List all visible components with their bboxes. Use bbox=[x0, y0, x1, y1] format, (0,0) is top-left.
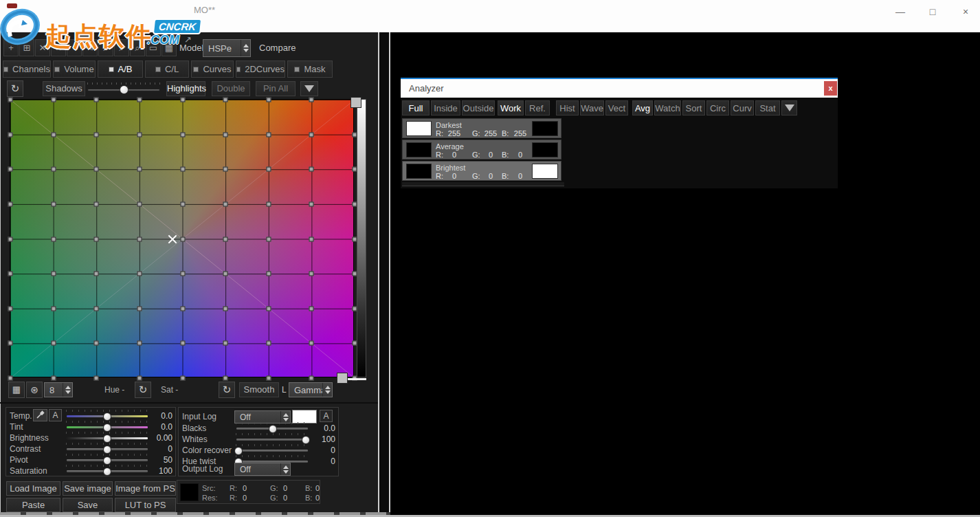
slider-track[interactable] bbox=[66, 437, 148, 440]
grid-node[interactable] bbox=[266, 201, 271, 206]
slider-thumb[interactable] bbox=[234, 447, 243, 455]
ab-color-grid[interactable] bbox=[10, 99, 354, 377]
grid-node[interactable] bbox=[8, 376, 13, 381]
grid-node[interactable] bbox=[94, 132, 99, 137]
slider-track[interactable] bbox=[236, 438, 309, 441]
grid-node[interactable] bbox=[180, 272, 185, 276]
grid-node[interactable] bbox=[8, 306, 13, 311]
grid-node[interactable] bbox=[94, 341, 99, 346]
slider-thumb[interactable] bbox=[120, 85, 129, 94]
grid-node[interactable] bbox=[180, 376, 185, 381]
grid-node[interactable] bbox=[266, 98, 271, 102]
grid-node[interactable] bbox=[8, 132, 13, 137]
grid-node[interactable] bbox=[180, 98, 185, 102]
dropdown-spinner[interactable] bbox=[280, 411, 290, 423]
grid-corner-handle-bottom[interactable] bbox=[337, 373, 348, 384]
grid-node[interactable] bbox=[137, 236, 142, 241]
slider-track[interactable] bbox=[236, 427, 309, 430]
slider-thumb[interactable] bbox=[269, 425, 277, 433]
shadow-highlight-slider[interactable] bbox=[87, 85, 160, 95]
grid-node[interactable] bbox=[309, 306, 314, 311]
double-button[interactable]: Double bbox=[212, 81, 250, 96]
splitter[interactable] bbox=[379, 32, 389, 517]
move-icon[interactable]: ↔ bbox=[51, 39, 66, 56]
grid-node[interactable] bbox=[94, 201, 99, 206]
analyzer-close-button[interactable]: x bbox=[824, 81, 837, 96]
grid-node[interactable] bbox=[309, 167, 314, 172]
grid-corner-handle-top[interactable] bbox=[350, 97, 361, 108]
luminance-strip[interactable] bbox=[357, 99, 366, 377]
shadows-button[interactable]: Shadows bbox=[43, 81, 85, 96]
gamma-dropdown[interactable]: Gamma bbox=[289, 382, 333, 397]
slider-track[interactable] bbox=[66, 459, 148, 462]
save-3dlut-button[interactable]: Save 3DLUT bbox=[63, 498, 113, 512]
lut-to-ps-button[interactable]: LUT to PS bbox=[115, 498, 176, 512]
grid-node[interactable] bbox=[51, 306, 56, 311]
smooth-button[interactable]: Smooth bbox=[239, 382, 279, 397]
grid-node[interactable] bbox=[8, 236, 13, 241]
grid-node[interactable] bbox=[223, 236, 228, 241]
tab-mask[interactable]: Mask bbox=[287, 60, 333, 78]
auto-log-button[interactable]: A bbox=[320, 410, 333, 422]
analyzer-button-avg[interactable]: Avg bbox=[632, 100, 653, 116]
slider-thumb[interactable] bbox=[103, 446, 111, 454]
highlights-button[interactable]: Highlights bbox=[166, 81, 205, 96]
grid-node[interactable] bbox=[180, 341, 185, 346]
grid-node[interactable] bbox=[223, 167, 228, 172]
zoom-in-icon[interactable]: ⌕ bbox=[114, 39, 129, 56]
grid-node[interactable] bbox=[137, 306, 142, 311]
grid-node[interactable] bbox=[266, 167, 271, 172]
grid-node[interactable] bbox=[51, 132, 56, 137]
tab-cl[interactable]: C/L bbox=[145, 60, 189, 78]
grid-node[interactable] bbox=[94, 376, 99, 381]
grid-node[interactable] bbox=[223, 306, 228, 311]
grid-node[interactable] bbox=[137, 98, 142, 102]
dropdown-spinner[interactable] bbox=[280, 463, 290, 475]
pin-all-button[interactable]: Pin All bbox=[256, 81, 296, 96]
delete-point-icon[interactable]: ✕ bbox=[35, 39, 50, 56]
grid-node[interactable] bbox=[94, 306, 99, 311]
grid-node[interactable] bbox=[137, 272, 142, 276]
paste-button[interactable]: Paste bbox=[6, 498, 60, 512]
analyzer-button-inside[interactable]: Inside bbox=[431, 100, 460, 116]
grid-node[interactable] bbox=[51, 167, 56, 172]
slider-track[interactable] bbox=[236, 449, 309, 452]
slider-track[interactable] bbox=[66, 426, 148, 429]
grid-node[interactable] bbox=[137, 132, 142, 137]
grid-node[interactable] bbox=[137, 167, 142, 172]
save-image-button[interactable]: Save image bbox=[63, 481, 113, 496]
slider-thumb[interactable] bbox=[302, 436, 310, 444]
grid-node[interactable] bbox=[223, 272, 228, 276]
tab-ab[interactable]: A/B bbox=[98, 60, 143, 78]
model-spinner[interactable] bbox=[241, 40, 250, 56]
model-dropdown[interactable]: HSPe bbox=[203, 39, 251, 57]
analyzer-button-ref[interactable]: Ref. bbox=[525, 100, 550, 116]
grid-node[interactable] bbox=[180, 236, 185, 241]
tab-volume[interactable]: Volume bbox=[53, 60, 96, 78]
selection-box-icon[interactable]: ▭ bbox=[146, 39, 161, 56]
grid-node[interactable] bbox=[137, 341, 142, 346]
grid-node[interactable] bbox=[266, 306, 271, 311]
grid-node[interactable] bbox=[309, 376, 314, 381]
grid-options-dropdown[interactable] bbox=[300, 81, 318, 96]
tab-curves[interactable]: Curves bbox=[191, 60, 234, 78]
grid-node[interactable] bbox=[309, 272, 314, 276]
analyzer-button-work[interactable]: Work bbox=[498, 100, 524, 116]
eyedropper-button[interactable] bbox=[33, 409, 47, 421]
analyzer-button-hist[interactable]: Hist bbox=[556, 100, 579, 116]
analyzer-button-full[interactable]: Full bbox=[402, 100, 430, 116]
load-image-button[interactable]: Load Image bbox=[6, 481, 60, 496]
slider-thumb[interactable] bbox=[103, 434, 111, 443]
grid-node[interactable] bbox=[223, 376, 228, 381]
analyzer-button-watch[interactable]: Watch bbox=[654, 100, 681, 116]
zoom-fit-icon[interactable]: ⌕ bbox=[130, 39, 145, 56]
slider-thumb[interactable] bbox=[103, 468, 111, 476]
analyzer-button-sort[interactable]: Sort bbox=[682, 100, 705, 116]
grid-node[interactable] bbox=[309, 132, 314, 137]
grid-node[interactable] bbox=[8, 272, 13, 276]
wheel-mode-toggle[interactable]: ⊛ bbox=[26, 382, 43, 398]
pen-add-icon[interactable]: ✎ bbox=[82, 39, 98, 56]
grid-node[interactable] bbox=[51, 376, 56, 381]
image-from-ps-button[interactable]: Image from PS bbox=[115, 481, 176, 496]
grid-node[interactable] bbox=[8, 167, 13, 172]
